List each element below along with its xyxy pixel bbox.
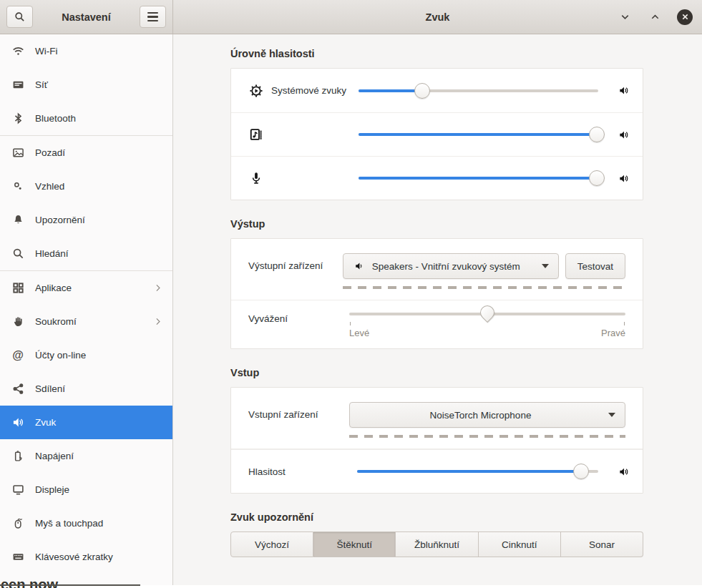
alert-option-steknuti[interactable]: Štěknutí: [313, 531, 396, 557]
background-partial-line: [0, 584, 140, 586]
sidebar-item-label: Aplikace: [35, 283, 72, 293]
sidebar-item-online-accounts[interactable]: @ Účty on-line: [0, 338, 172, 372]
slider-fill: [359, 177, 597, 180]
input-device-row: Vstupní zařízení NoiseTorch Microphone: [231, 388, 643, 449]
wifi-icon: [11, 45, 24, 58]
volume-speaker-icon: [617, 466, 630, 477]
slider-fill: [357, 470, 581, 473]
maximize-button[interactable]: [647, 9, 663, 25]
slider-handle[interactable]: [589, 170, 605, 186]
chevron-right-icon: [153, 317, 162, 326]
microphone-icon: [248, 171, 264, 185]
sidebar-item-appearance[interactable]: Vzhled: [0, 170, 172, 203]
window-controls: [617, 0, 693, 34]
slider-fill: [359, 89, 422, 92]
balance-handle[interactable]: [477, 303, 497, 323]
input-volume-slider[interactable]: [357, 464, 598, 479]
volume-row-microphone: [231, 156, 643, 200]
volume-speaker-icon: [617, 85, 630, 96]
battery-icon: [11, 450, 24, 463]
search-icon: [14, 11, 25, 22]
dropdown-caret-icon: [542, 264, 549, 268]
chevron-up-icon: [650, 11, 660, 22]
network-icon: [11, 79, 24, 92]
application-volume-slider[interactable]: [359, 127, 598, 142]
menu-button[interactable]: [140, 6, 166, 28]
balance-ticks: [349, 322, 625, 326]
volume-row-system-sounds: Systémové zvuky: [231, 69, 643, 112]
sidebar-item-sound[interactable]: Zvuk: [0, 406, 172, 439]
appearance-icon: [11, 180, 24, 193]
sidebar-item-label: Myš a touchpad: [35, 518, 103, 529]
balance-row: Vyvážení Levé Pravé: [231, 300, 643, 348]
image-icon: [11, 147, 24, 160]
sidebar-item-label: Účty on-line: [35, 350, 86, 361]
unmaximize-button[interactable]: [617, 9, 633, 25]
bell-icon: [11, 214, 24, 227]
sidebar: Wi-Fi Síť Bluetooth: [0, 34, 173, 585]
header-left: Nastavení: [0, 0, 173, 34]
header-bar: Nastavení Zvuk: [0, 0, 702, 34]
background-partial-text: een now: [1, 577, 58, 588]
close-icon: [681, 13, 689, 21]
sidebar-item-sharing[interactable]: Sdílení: [0, 372, 172, 406]
volume-row-label: Systémové zvuky: [271, 85, 359, 96]
slider-handle[interactable]: [589, 127, 605, 142]
output-device-dropdown[interactable]: Speakers - Vnitřní zvukový systém: [343, 253, 559, 279]
volume-levels-card: Systémové zvuky: [230, 68, 643, 200]
test-button[interactable]: Testovat: [565, 253, 625, 279]
sidebar-item-label: Vzhled: [35, 181, 64, 192]
search-button[interactable]: [6, 6, 33, 28]
balance-label: Vyvážení: [248, 306, 349, 324]
sidebar-item-wifi[interactable]: Wi-Fi: [0, 34, 172, 68]
close-button[interactable]: [677, 9, 693, 25]
volume-speaker-icon: [617, 129, 630, 140]
app-title: Nastavení: [62, 11, 111, 23]
slider-handle[interactable]: [414, 83, 430, 99]
bluetooth-icon: [11, 112, 24, 125]
microphone-volume-slider[interactable]: [359, 170, 598, 186]
sidebar-item-network[interactable]: Síť: [0, 68, 172, 102]
balance-controls: Levé Pravé: [349, 306, 625, 338]
sidebar-item-privacy[interactable]: Soukromí: [0, 305, 172, 338]
sidebar-item-notifications[interactable]: Upozornění: [0, 203, 172, 237]
input-volume-label: Hlasitost: [248, 466, 357, 477]
sidebar-item-bluetooth[interactable]: Bluetooth: [0, 102, 172, 135]
sidebar-item-displays[interactable]: Displeje: [0, 473, 172, 506]
sidebar-item-search[interactable]: Hledání: [0, 237, 172, 270]
balance-right-label: Pravé: [601, 328, 625, 338]
system-sounds-icon: [248, 84, 264, 98]
input-card: Vstupní zařízení NoiseTorch Microphone H…: [230, 387, 643, 494]
sidebar-item-keyboard[interactable]: Klávesové zkratky: [0, 540, 172, 574]
balance-slider[interactable]: [349, 306, 625, 322]
at-icon: @: [11, 349, 24, 362]
sidebar-item-label: Klávesové zkratky: [35, 552, 113, 562]
speaker-icon: [11, 416, 24, 429]
sidebar-item-power[interactable]: Napájení: [0, 439, 172, 473]
output-device-label: Výstupní zařízení: [248, 253, 343, 271]
chevron-down-icon: [620, 11, 630, 22]
section-title-output: Výstup: [230, 218, 643, 230]
share-icon: [11, 383, 24, 396]
sidebar-item-background[interactable]: Pozadí: [0, 136, 172, 170]
alert-option-cinknuti[interactable]: Cinknutí: [479, 531, 561, 557]
alert-option-sonar[interactable]: Sonar: [561, 531, 643, 557]
sidebar-item-label: Upozornění: [35, 215, 85, 225]
alert-sound-button-group: Výchozí Štěknutí Žbluňknutí Cinknutí Son…: [230, 531, 643, 557]
input-level-meter: [349, 435, 625, 438]
system-sounds-slider[interactable]: [359, 83, 598, 99]
sidebar-item-mouse[interactable]: Myš a touchpad: [0, 506, 172, 540]
sidebar-item-label: Soukromí: [35, 316, 77, 327]
speaker-icon: [353, 261, 366, 271]
input-device-label: Vstupní zařízení: [248, 402, 349, 420]
grid-icon: [11, 282, 24, 295]
slider-handle[interactable]: [573, 464, 589, 479]
page-title: Zvuk: [426, 11, 450, 23]
alert-option-zblunknuti[interactable]: Žbluňknutí: [396, 531, 478, 557]
input-device-dropdown[interactable]: NoiseTorch Microphone: [349, 402, 625, 428]
monitor-icon: [11, 484, 24, 496]
section-title-input: Vstup: [230, 367, 643, 378]
sidebar-item-label: Napájení: [35, 451, 74, 461]
sidebar-item-applications[interactable]: Aplikace: [0, 271, 172, 305]
alert-option-vychozi[interactable]: Výchozí: [230, 531, 313, 557]
